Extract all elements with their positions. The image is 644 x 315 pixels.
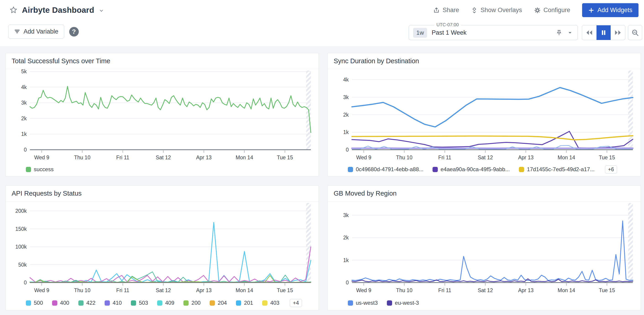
x-axis-tick-label: Thu 10 bbox=[74, 287, 90, 293]
chart-legend: 500400422410503409200204201403+4 bbox=[6, 298, 318, 310]
favorite-star-icon[interactable] bbox=[9, 6, 18, 14]
time-backward-button[interactable] bbox=[582, 25, 596, 40]
share-button[interactable]: Share bbox=[433, 6, 459, 14]
plus-icon bbox=[588, 7, 594, 13]
x-axis-tick-label: Wed 9 bbox=[356, 287, 371, 293]
legend-item-201[interactable]: 201 bbox=[236, 300, 253, 306]
x-axis-tick-label: Apr 13 bbox=[196, 287, 212, 293]
syncs-line-chart[interactable]: 01k2k3k4k5kWed 9Thu 10Fri 11Sat 12Apr 13… bbox=[6, 69, 318, 164]
y-axis-tick-label: 2k bbox=[343, 112, 349, 118]
legend-item-422[interactable]: 422 bbox=[78, 300, 96, 306]
configure-label: Configure bbox=[544, 6, 570, 14]
legend-item-409[interactable]: 409 bbox=[157, 300, 174, 306]
legend-swatch bbox=[387, 301, 392, 306]
legend-swatch bbox=[26, 167, 31, 172]
add-variable-label: Add Variable bbox=[24, 28, 58, 35]
y-axis-tick-label: 0 bbox=[24, 147, 27, 153]
widget-title: Sync Duration by Destination bbox=[328, 53, 640, 69]
x-axis-tick-label: Wed 9 bbox=[356, 155, 371, 160]
show-overlays-button[interactable]: Show Overlays bbox=[471, 6, 522, 14]
x-axis-tick-label: Apr 13 bbox=[196, 155, 212, 160]
add-widgets-button[interactable]: Add Widgets bbox=[582, 3, 638, 17]
legend-label: eu-west-3 bbox=[395, 300, 419, 306]
x-axis-tick-label: Mon 14 bbox=[558, 155, 575, 160]
y-axis-tick-label: 3k bbox=[21, 100, 27, 106]
y-axis-tick-label: 0 bbox=[346, 147, 349, 153]
legend-item-204[interactable]: 204 bbox=[210, 300, 227, 306]
x-axis-tick-label: Fri 11 bbox=[116, 155, 129, 160]
timezone-label: UTC-07:00 bbox=[434, 22, 461, 27]
series-line-us-west3 bbox=[352, 221, 633, 281]
y-axis-tick-label: 4k bbox=[21, 84, 27, 90]
legend-label: success bbox=[34, 166, 54, 173]
series-line-success bbox=[30, 86, 311, 132]
time-pause-button[interactable] bbox=[596, 25, 611, 40]
legend-item-success[interactable]: success bbox=[26, 166, 54, 173]
x-axis-tick-label: Sat 12 bbox=[156, 155, 171, 160]
legend-item-us-west3[interactable]: us-west3 bbox=[348, 300, 378, 306]
legend-item-0c49680d-4791-4ebb-a88...[interactable]: 0c49680d-4791-4ebb-a88... bbox=[348, 166, 424, 173]
legend-item-400[interactable]: 400 bbox=[52, 300, 69, 306]
legend-item-500[interactable]: 500 bbox=[26, 300, 43, 306]
y-axis-tick-label: 100k bbox=[15, 244, 27, 250]
widget-title: API Requests by Status bbox=[6, 186, 318, 202]
legend-label: 200 bbox=[191, 300, 200, 306]
legend-swatch bbox=[262, 301, 268, 306]
legend-item-e4aea90a-90ca-49f5-9abb...[interactable]: e4aea90a-90ca-49f5-9abb... bbox=[432, 166, 510, 173]
api-requests-line-chart[interactable]: 050k100k150k200kWed 9Thu 10Fri 11Sat 12A… bbox=[6, 202, 318, 298]
series-line-e4aea90a-90ca-49f5-9abb... bbox=[352, 131, 633, 148]
legend-label: 400 bbox=[60, 300, 69, 306]
pin-icon[interactable] bbox=[556, 29, 562, 36]
legend-item-410[interactable]: 410 bbox=[104, 300, 122, 306]
widget-title: Total Successful Syncs over Time bbox=[6, 53, 318, 69]
legend-item-17d1455c-7ed5-49d2-a17...[interactable]: 17d1455c-7ed5-49d2-a17... bbox=[519, 166, 594, 173]
title-chevron-down-icon[interactable] bbox=[98, 8, 104, 14]
legend-label: 409 bbox=[165, 300, 174, 306]
time-forward-button[interactable] bbox=[611, 25, 625, 40]
configure-button[interactable]: Configure bbox=[534, 6, 570, 14]
time-range-label: Past 1 Week bbox=[432, 29, 552, 36]
x-axis-tick-label: Mon 14 bbox=[236, 155, 253, 160]
legend-overflow-button[interactable]: +4 bbox=[290, 299, 302, 307]
legend-label: 204 bbox=[218, 300, 227, 306]
y-axis-tick-label: 150k bbox=[15, 226, 27, 232]
add-variable-button[interactable]: Add Variable bbox=[8, 25, 64, 38]
fast-forward-icon bbox=[614, 29, 622, 36]
sync-duration-line-chart[interactable]: 01k2k3k4kWed 9Thu 10Fri 11Sat 12Apr 13Mo… bbox=[328, 69, 640, 164]
gear-icon bbox=[534, 7, 541, 14]
legend-swatch bbox=[78, 301, 84, 306]
legend-item-eu-west-3[interactable]: eu-west-3 bbox=[387, 300, 419, 306]
legend-swatch bbox=[348, 301, 353, 306]
legend-label: 17d1455c-7ed5-49d2-a17... bbox=[527, 166, 594, 173]
gb-moved-line-chart[interactable]: 01k2k3kWed 9Thu 10Fri 11Sat 12Apr 13Mon … bbox=[328, 202, 640, 298]
x-axis-tick-label: Mon 14 bbox=[558, 287, 575, 293]
show-overlays-label: Show Overlays bbox=[480, 6, 522, 14]
magnifier-minus-icon bbox=[631, 29, 639, 36]
time-playback-controls bbox=[582, 25, 625, 40]
legend-item-403[interactable]: 403 bbox=[262, 300, 279, 306]
help-icon[interactable]: ? bbox=[69, 27, 79, 36]
legend-item-200[interactable]: 200 bbox=[184, 300, 200, 306]
legend-swatch bbox=[131, 301, 136, 306]
legend-label: 422 bbox=[86, 300, 96, 306]
legend-swatch bbox=[432, 167, 438, 172]
x-axis-tick-label: Thu 10 bbox=[396, 155, 412, 160]
legend-swatch bbox=[52, 301, 57, 306]
legend-item-503[interactable]: 503 bbox=[131, 300, 148, 306]
legend-overflow-button[interactable]: +6 bbox=[605, 165, 617, 173]
pause-icon bbox=[600, 29, 607, 36]
share-label: Share bbox=[442, 6, 459, 14]
time-range-selector[interactable]: UTC-07:00 1w Past 1 Week bbox=[409, 25, 578, 40]
widget-sync-duration-by-destination: Sync Duration by Destination 01k2k3k4kWe… bbox=[328, 53, 641, 176]
x-axis-tick-label: Wed 9 bbox=[34, 287, 49, 293]
zoom-out-button[interactable] bbox=[628, 25, 642, 40]
x-axis-tick-label: Sat 12 bbox=[156, 287, 171, 293]
y-axis-tick-label: 0 bbox=[346, 280, 349, 286]
x-axis-tick-label: Tue 15 bbox=[599, 155, 615, 160]
chart-legend: success bbox=[6, 164, 318, 177]
chevron-down-icon[interactable] bbox=[566, 29, 574, 36]
x-axis-tick-label: Thu 10 bbox=[396, 287, 412, 293]
series-line-500 bbox=[30, 222, 311, 282]
legend-swatch bbox=[348, 167, 353, 172]
header-actions: Share Show Overlays Configure Add Widget… bbox=[433, 3, 638, 17]
